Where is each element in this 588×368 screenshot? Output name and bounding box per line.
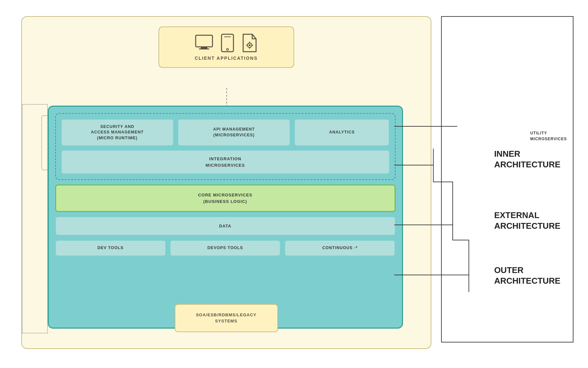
inner-arch-label: INNER ARCHITECTURE: [494, 149, 560, 171]
client-icons: [172, 34, 281, 52]
monitor-icon: [194, 34, 214, 52]
api-box: API MANAGEMENT (MICROSERVICES): [178, 119, 290, 146]
data-box: DATA: [55, 216, 396, 236]
svg-rect-2: [199, 48, 209, 49]
core-box: CORE MICROSERVICES (BUSINESS LOGIC): [55, 184, 396, 212]
arch-outer-box: [441, 16, 573, 342]
svg-point-7: [249, 44, 251, 46]
client-apps-box: CLIENT APPLICATIONS: [159, 26, 294, 68]
external-arch-line: [394, 225, 452, 225]
left-dotted-border: [22, 104, 48, 333]
external-arch-hline: [433, 182, 453, 182]
continuous-box: CONTINUOUS -*: [284, 240, 395, 256]
outer-arch-hline2: [452, 240, 469, 240]
devops-tools-box: DEVOPS TOOLS: [170, 240, 281, 256]
top-row: SECURITY AND ACCESS MANAGEMENT (MICRO RU…: [61, 119, 390, 146]
soa-box: SOA/ESB/RDBMS/LEGACY SYSTEMS: [175, 304, 278, 332]
external-arch-vert: [452, 182, 453, 240]
svg-rect-1: [201, 47, 207, 48]
inner-arch-line: [394, 165, 433, 165]
outer-arch-vert: [469, 240, 469, 292]
dashed-section: SECURITY AND ACCESS MANAGEMENT (MICRO RU…: [55, 113, 396, 180]
analytics-box: ANALYTICS: [294, 119, 389, 146]
inner-arch-vert-line: [433, 149, 434, 182]
settings-file-icon: [241, 34, 258, 52]
outer-beige-container: CLIENT APPLICATIONS SECURITY AND ACCESS …: [21, 16, 431, 349]
outer-arch-line: [394, 275, 469, 275]
integration-box: INTEGRATION MICROSERVICES: [61, 150, 390, 174]
svg-point-4: [227, 48, 229, 50]
tablet-icon: [220, 34, 235, 52]
soa-label: SOA/ESB/RDBMS/LEGACY SYSTEMS: [185, 312, 268, 324]
external-arch-label: EXTERNAL ARCHITECTURE: [494, 210, 560, 232]
inner-teal-container: SECURITY AND ACCESS MANAGEMENT (MICRO RU…: [48, 106, 403, 329]
dev-tools-box: DEV TOOLS: [55, 240, 166, 256]
bottom-row: DEV TOOLS DEVOPS TOOLS CONTINUOUS -*: [55, 240, 396, 256]
client-apps-label: CLIENT APPLICATIONS: [172, 56, 281, 61]
diagram-wrapper: CLIENT APPLICATIONS SECURITY AND ACCESS …: [12, 10, 577, 359]
svg-rect-0: [196, 35, 212, 47]
outer-arch-label: OUTER ARCHITECTURE: [494, 265, 560, 287]
security-box: SECURITY AND ACCESS MANAGEMENT (MICRO RU…: [61, 119, 174, 146]
utility-connector-line: [394, 126, 457, 127]
utility-label: UTILITY MICROSERVICES: [530, 124, 567, 142]
